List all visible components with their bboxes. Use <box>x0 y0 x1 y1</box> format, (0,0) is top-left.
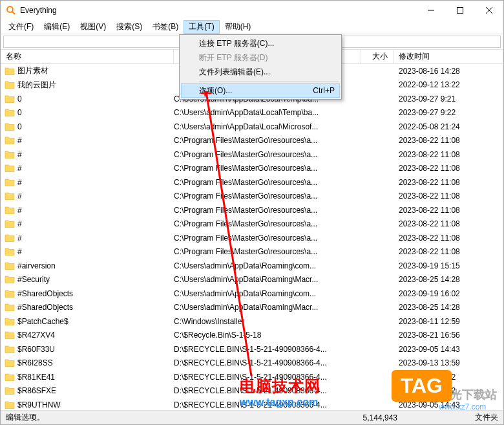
menu-separator <box>199 81 339 82</box>
file-row[interactable]: #C:\Program Files\MasterGo\resources\a..… <box>1 162 503 176</box>
file-modified: 2023-08-11 12:59 <box>394 317 503 326</box>
file-modified: 2023-08-22 11:08 <box>394 178 503 187</box>
menubar: 文件(F)编辑(E)视图(V)搜索(S)书签(B)工具(T)帮助(H) <box>1 20 503 34</box>
svg-rect-3 <box>457 8 463 14</box>
folder-icon <box>5 358 15 368</box>
file-row[interactable]: #SharedObjectsC:\Users\admin\AppData\Roa… <box>1 301 503 315</box>
file-path: C:\Users\admin\AppData\Local\Temp\ba... <box>174 108 361 117</box>
file-row[interactable]: #airversionC:\Users\admin\AppData\Roamin… <box>1 259 503 273</box>
maximize-button[interactable] <box>445 1 474 20</box>
menu-item[interactable]: 选项(O)...Ctrl+P <box>181 83 340 98</box>
file-name: 0 <box>17 108 174 117</box>
file-row[interactable]: #C:\Program Files\MasterGo\resources\a..… <box>1 134 503 148</box>
file-name: 0 <box>17 122 174 131</box>
file-name: # <box>17 136 174 145</box>
tools-menu-dropdown: 连接 ETP 服务器(C)...断开 ETP 服务器(D)文件列表编辑器(E).… <box>179 34 342 100</box>
status-type: 文件夹 <box>475 412 498 423</box>
file-name: #Security <box>17 275 174 284</box>
file-row[interactable]: $R81KE41D:\$RECYCLE.BIN\S-1-5-21-4909083… <box>1 370 503 384</box>
file-row[interactable]: #C:\Program Files\MasterGo\resources\a..… <box>1 175 503 190</box>
file-path: D:\$RECYCLE.BIN\S-1-5-21-490908366-4... <box>174 386 361 395</box>
file-row[interactable]: #C:\Program Files\MasterGo\resources\a..… <box>1 231 503 245</box>
menu-item[interactable]: 搜索(S) <box>111 20 147 34</box>
file-modified: 2022-05-08 21:24 <box>394 122 503 131</box>
close-button[interactable] <box>474 1 503 20</box>
file-path: C:\Users\admin\AppData\Roaming\Macr... <box>174 303 361 312</box>
file-row[interactable]: 0C:\Users\admin\AppData\Local\Temp\ba...… <box>1 106 503 120</box>
file-path: D:\$RECYCLE.BIN\S-1-5-21-490908366-4... <box>174 373 361 382</box>
file-path: C:\Program Files\MasterGo\resources\a... <box>174 247 361 256</box>
file-row[interactable]: #C:\Program Files\MasterGo\resources\a..… <box>1 217 503 232</box>
file-row[interactable]: #C:\Program Files\MasterGo\resources\a..… <box>1 190 503 204</box>
file-path: C:\$Recycle.Bin\S-1-5-18 <box>174 331 361 340</box>
header-modified[interactable]: 修改时间 <box>394 50 503 63</box>
header-name[interactable]: 名称 <box>1 50 174 63</box>
file-row[interactable]: #C:\Program Files\MasterGo\resources\a..… <box>1 147 503 162</box>
file-name: $R6I28SS <box>17 358 174 367</box>
file-path: D:\$RECYCLE.BIN\S-1-5-21-490908366-4... <box>174 358 361 367</box>
folder-icon <box>5 344 15 354</box>
folder-icon <box>5 135 15 146</box>
file-path: C:\Program Files\MasterGo\resources\a... <box>174 164 361 173</box>
folder-icon <box>5 163 15 173</box>
folder-icon <box>5 219 15 229</box>
file-row[interactable]: #SharedObjectsC:\Users\admin\AppData\Roa… <box>1 287 503 301</box>
menu-item[interactable]: 文件(F) <box>3 20 39 34</box>
file-row[interactable]: $R6I28SSD:\$RECYCLE.BIN\S-1-5-21-4909083… <box>1 356 503 371</box>
file-name: 0 <box>17 94 174 104</box>
menu-item[interactable]: 编辑(E) <box>39 20 75 34</box>
app-icon <box>6 5 16 16</box>
file-modified: 2023-09-19 16:02 <box>394 289 503 298</box>
menu-item[interactable]: 工具(T) <box>184 20 219 34</box>
file-row[interactable]: $R9UTHNWD:\$RECYCLE.BIN\S-1-5-21-4909083… <box>1 398 503 410</box>
file-path: D:\$RECYCLE.BIN\S-1-5-21-490908366-4... <box>174 400 361 409</box>
file-name: $R9UTHNW <box>17 400 174 409</box>
file-name: # <box>17 191 174 201</box>
file-name: # <box>17 234 174 243</box>
file-modified: 2023-09-27 9:22 <box>394 108 503 117</box>
svg-point-0 <box>7 6 13 12</box>
file-name: # <box>17 150 174 159</box>
menu-item[interactable]: 帮助(H) <box>220 20 257 34</box>
file-name: # <box>17 247 174 256</box>
menu-shortcut: Ctrl+P <box>313 86 335 95</box>
menu-item[interactable]: 连接 ETP 服务器(C)... <box>181 36 340 50</box>
menu-item[interactable]: 视图(V) <box>75 20 111 34</box>
menu-item-label: 断开 ETP 服务器(D) <box>199 52 268 63</box>
file-path: C:\Program Files\MasterGo\resources\a... <box>174 136 361 145</box>
file-path: C:\Windows\Installer <box>174 317 361 326</box>
file-row[interactable]: 0C:\Users\admin\AppData\Local\Microsof..… <box>1 120 503 134</box>
minimize-button[interactable] <box>416 1 445 20</box>
file-row[interactable]: #C:\Program Files\MasterGo\resources\a..… <box>1 203 503 217</box>
folder-icon <box>5 400 15 410</box>
svg-line-1 <box>12 12 15 14</box>
file-name: $R60F33U <box>17 345 174 354</box>
file-name: # <box>17 178 174 187</box>
folder-icon <box>5 191 15 201</box>
menu-item[interactable]: 书签(B) <box>147 20 184 34</box>
titlebar: Everything <box>1 1 503 20</box>
header-size[interactable]: 大小 <box>361 50 394 63</box>
menu-item-label: 选项(O)... <box>199 85 232 96</box>
file-name: # <box>17 164 174 173</box>
folder-icon <box>5 316 15 327</box>
file-list[interactable]: 图片素材2023-08-16 14:28我的云图片2022-09-12 13:2… <box>1 64 503 410</box>
file-path: D:\$RECYCLE.BIN\S-1-5-21-490908366-4... <box>174 345 361 354</box>
file-name: #SharedObjects <box>17 289 174 298</box>
file-row[interactable]: #SecurityC:\Users\admin\AppData\Roaming\… <box>1 273 503 287</box>
file-row[interactable]: $R427XV4C:\$Recycle.Bin\S-1-5-182023-08-… <box>1 329 503 343</box>
file-row[interactable]: $R60F33UD:\$RECYCLE.BIN\S-1-5-21-4909083… <box>1 342 503 356</box>
file-name: $R86SFXE <box>17 386 174 395</box>
file-modified: 2023-08-21 16:56 <box>394 331 503 340</box>
file-path: C:\Users\admin\AppData\Roaming\com... <box>174 289 361 298</box>
file-row[interactable]: #C:\Program Files\MasterGo\resources\a..… <box>1 245 503 259</box>
file-row[interactable]: $PatchCache$C:\Windows\Installer2023-08-… <box>1 314 503 329</box>
file-modified: 2023-08-22 11:08 <box>394 191 503 201</box>
file-modified: 2023-09-06 8:12 <box>394 386 503 395</box>
menu-item[interactable]: 文件列表编辑器(E)... <box>181 65 340 79</box>
file-modified: 2023-09-05 14:43 <box>394 400 503 409</box>
folder-icon <box>5 94 15 104</box>
folder-icon <box>5 107 15 118</box>
file-row[interactable]: $R86SFXED:\$RECYCLE.BIN\S-1-5-21-4909083… <box>1 384 503 398</box>
file-modified: 2022-09-12 13:22 <box>394 80 503 89</box>
